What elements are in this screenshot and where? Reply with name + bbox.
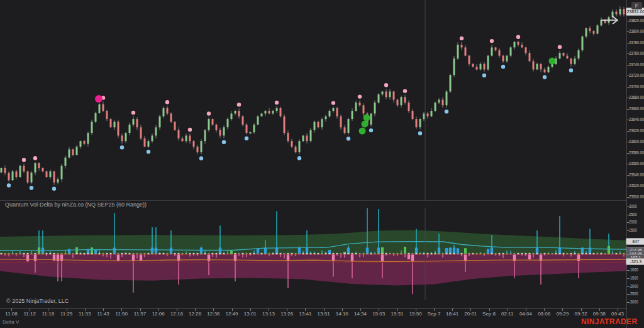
signal-dot-green [364, 115, 370, 122]
price-axis-label: 23760.00 [629, 51, 644, 55]
time-label: 15:03 [372, 311, 385, 317]
price-axis-label: 23540.00 [629, 172, 644, 177]
swing-high-dot [207, 111, 211, 115]
delta-axis-label: -2000 [629, 284, 638, 288]
time-label: 12:49 [225, 311, 238, 317]
swing-high-dot [165, 100, 169, 104]
swing-high-dot [403, 89, 407, 93]
swing-low-dot [369, 128, 373, 132]
price-axis-label: 23780.00 [629, 40, 644, 45]
price-axis-label: 23660.00 [629, 106, 644, 111]
swing-high-dot [331, 101, 335, 105]
delta-axis-label: -1500 [629, 276, 638, 280]
time-label: 11:50 [116, 311, 128, 317]
time-label: 13:01 [244, 311, 257, 317]
time-label: 12:06 [152, 311, 165, 317]
swing-low-dot [297, 156, 301, 160]
time-label: 14:34 [354, 311, 367, 317]
delta-axis-label: 2500 [629, 212, 637, 217]
time-label: Sep 8 [482, 311, 496, 317]
swing-low-dot [501, 65, 505, 69]
time-label: 09:43 [611, 311, 624, 317]
time-label: 04:04 [519, 311, 532, 317]
price-axis-label: 23620.00 [629, 128, 644, 133]
price-axis-label: 23800.00 [629, 29, 644, 33]
swing-high-dot [384, 83, 388, 87]
time-label: 12:26 [189, 311, 201, 317]
time-label: 11:43 [97, 311, 109, 317]
delta-panel-label: Delta V [3, 319, 19, 325]
signal-dot-green [359, 128, 366, 135]
price-axis[interactable]: 23840.0023820.0023800.0023780.0023760.00… [626, 0, 644, 328]
swing-low-dot [30, 186, 33, 189]
time-label: 13:41 [299, 311, 311, 317]
swing-low-dot [147, 150, 150, 154]
swing-low-dot [245, 137, 248, 140]
swing-high-dot [33, 156, 37, 160]
time-label: 18:41 [446, 311, 458, 317]
price-axis-label: 23680.00 [629, 95, 644, 99]
price-axis-label: 23560.00 [629, 161, 644, 166]
time-label: 13:13 [262, 311, 275, 317]
time-label: 12:38 [207, 311, 219, 317]
delta-chart[interactable] [0, 208, 626, 300]
swing-high-dot [516, 35, 520, 39]
swing-high-dot [22, 158, 26, 162]
price-axis-label: 23720.00 [629, 73, 644, 77]
price-axis-label: 23700.00 [629, 84, 644, 89]
swing-low-dot [199, 156, 203, 160]
delta-axis-label: 1500 [629, 228, 637, 232]
price-axis-label: 23520.00 [629, 183, 644, 188]
indicator-label: Quantum Vol-Delta by ninZa.co (NQ SEP25 … [5, 201, 147, 208]
time-label: 09:38 [593, 311, 606, 317]
swing-high-dot [275, 101, 279, 105]
signal-dot-green [549, 58, 556, 65]
time-label: 20:01 [464, 311, 477, 317]
time-label: 11:08 [5, 311, 17, 317]
swing-low-dot [543, 75, 547, 79]
delta-axis-label: 2000 [629, 220, 637, 224]
swing-high-dot [237, 103, 241, 106]
time-label: 11:33 [79, 311, 91, 317]
swing-low-dot [445, 110, 448, 113]
chart-window: Quantum Vol-Delta by ninZa.co (NQ SEP25 … [0, 0, 644, 328]
swing-high-dot [358, 94, 362, 98]
time-label: Sep 7 [427, 311, 440, 317]
signal-dot-magenta [95, 95, 103, 103]
delta-axis-label: 3000 [629, 204, 637, 208]
time-axis[interactable] [0, 308, 626, 308]
swing-low-dot [120, 145, 124, 149]
signal-dot-green [362, 121, 369, 128]
time-label: 09:29 [556, 311, 569, 317]
delta-value-badge: -321.3 [626, 258, 644, 265]
time-label: 13:26 [280, 311, 293, 317]
delta-axis-label: -3000 [629, 300, 638, 304]
time-label: 11:18 [42, 311, 54, 317]
swing-high-dot [490, 39, 494, 43]
price-chart[interactable] [0, 0, 626, 200]
swing-high-dot [558, 45, 562, 49]
swing-low-dot [222, 140, 226, 144]
time-label: 02:11 [501, 311, 513, 317]
price-axis-label: 23740.00 [629, 62, 644, 67]
price-axis-label: 23500.00 [629, 195, 644, 199]
swing-low-dot [347, 137, 350, 140]
swing-low-dot [52, 187, 56, 191]
go-to-latest-arrow-icon[interactable] [599, 15, 621, 25]
delta-axis-label: -1000 [629, 268, 638, 272]
time-label: 15:50 [409, 311, 422, 317]
price-axis-label: 23820.00 [629, 18, 644, 23]
price-axis-label: 23640.00 [629, 117, 644, 122]
time-label: 12:18 [170, 311, 183, 317]
swing-high-dot [131, 111, 135, 115]
time-label: 13:51 [318, 311, 330, 317]
delta-axis-label: -2500 [629, 291, 638, 296]
panel-divider[interactable] [0, 200, 644, 201]
time-label: 11:25 [60, 311, 72, 317]
time-label: 08:06 [538, 311, 550, 317]
time-label: 14:10 [336, 311, 348, 317]
swing-low-dot [418, 132, 422, 135]
ninjatrader-logo: NINJATRADER [581, 317, 638, 326]
price-axis-label: 23580.00 [629, 150, 644, 155]
focus-button[interactable]: F [631, 2, 642, 9]
